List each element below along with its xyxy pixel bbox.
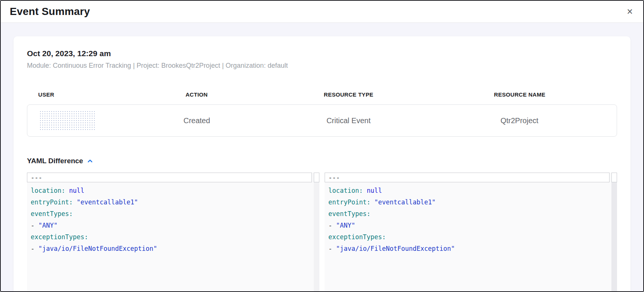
- cell-user: [27, 110, 119, 131]
- code-line: exceptionTypes:: [31, 231, 312, 243]
- column-header-resource-type: RESOURCE TYPE: [275, 91, 422, 98]
- column-header-user: USER: [27, 91, 118, 98]
- yaml-doc-separator: ---: [325, 173, 610, 182]
- yaml-panel: --- location: nullentryPoint: "eventcall…: [325, 173, 617, 291]
- event-card: Oct 20, 2023, 12:29 am Module: Continuou…: [13, 36, 631, 291]
- code-line: entryPoint: "eventcallable1": [31, 197, 312, 208]
- chevron-up-icon[interactable]: [86, 158, 94, 165]
- cell-resource-name: Qtr2Project: [422, 116, 617, 125]
- panel-main: location: nullentryPoint: "eventcallable…: [325, 182, 617, 291]
- table-header-row: USER ACTION RESOURCE TYPE RESOURCE NAME: [27, 91, 617, 98]
- yaml-difference-toggle[interactable]: YAML Difference: [27, 157, 617, 165]
- event-timestamp: Oct 20, 2023, 12:29 am: [27, 49, 617, 58]
- yaml-code[interactable]: location: nullentryPoint: "eventcallable…: [27, 182, 312, 291]
- code-line: - "ANY": [31, 220, 312, 231]
- yaml-code[interactable]: location: nullentryPoint: "eventcallable…: [325, 182, 610, 291]
- event-summary-modal: Event Summary × Oct 20, 2023, 12:29 am M…: [0, 0, 644, 292]
- code-line: eventTypes:: [328, 208, 610, 220]
- code-line: - "java/io/FileNotFoundException": [31, 243, 312, 255]
- code-line: exceptionTypes:: [328, 231, 610, 243]
- column-header-resource-name: RESOURCE NAME: [422, 91, 617, 98]
- yaml-difference-label: YAML Difference: [27, 157, 83, 165]
- code-line: location: null: [31, 185, 312, 197]
- event-meta: Module: Continuous Error Tracking | Proj…: [27, 62, 617, 70]
- modal-header: Event Summary ×: [1, 1, 643, 23]
- scrollbar-corner: [314, 173, 319, 182]
- code-line: entryPoint: "eventcallable1": [328, 197, 610, 208]
- panel-top-bar: ---: [325, 173, 617, 182]
- code-line: eventTypes:: [31, 208, 312, 220]
- vertical-scrollbar[interactable]: [611, 182, 617, 291]
- code-line: location: null: [328, 185, 610, 197]
- panel-top-bar: ---: [27, 173, 319, 182]
- user-redacted-avatar: [39, 110, 95, 131]
- code-line: - "ANY": [328, 220, 610, 231]
- yaml-diff-container: --- location: nullentryPoint: "eventcall…: [27, 173, 617, 291]
- panel-main: location: nullentryPoint: "eventcallable…: [27, 182, 319, 291]
- code-line: - "java/io/FileNotFoundException": [328, 243, 610, 255]
- column-header-action: ACTION: [118, 91, 275, 98]
- close-icon[interactable]: ×: [626, 7, 634, 17]
- yaml-doc-separator: ---: [27, 173, 312, 182]
- vertical-scrollbar[interactable]: [314, 182, 319, 291]
- table-row: Created Critical Event Qtr2Project: [27, 104, 617, 137]
- modal-body: Oct 20, 2023, 12:29 am Module: Continuou…: [1, 23, 643, 291]
- scrollbar-corner: [611, 173, 617, 182]
- cell-action: Created: [119, 116, 275, 125]
- cell-resource-type: Critical Event: [275, 116, 422, 125]
- yaml-panel: --- location: nullentryPoint: "eventcall…: [27, 173, 319, 291]
- modal-title: Event Summary: [10, 6, 90, 18]
